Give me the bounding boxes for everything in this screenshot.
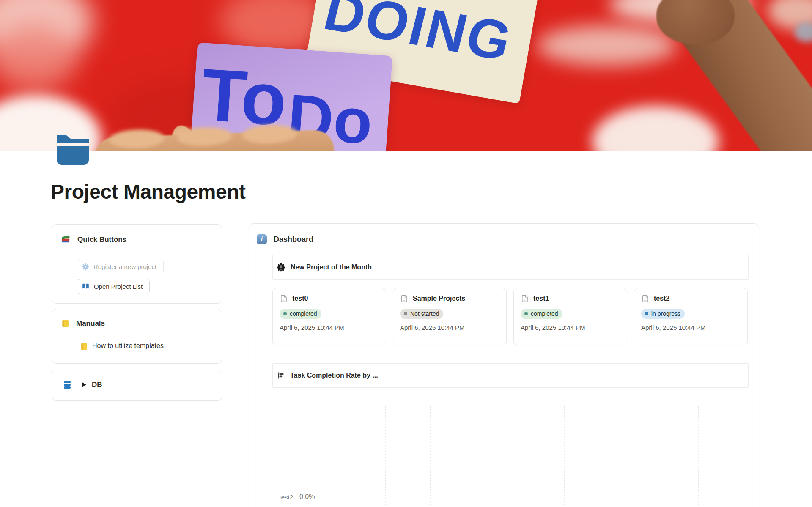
horizontal-bar-chart-icon <box>277 371 285 380</box>
status-badge: Not started <box>400 309 443 319</box>
chart-gridline <box>341 406 341 507</box>
ledger-icon <box>80 343 88 351</box>
project-card-date: April 6, 2025 10:44 PM <box>641 324 741 331</box>
manuals-title: Manuals <box>76 319 105 328</box>
page-doc-icon <box>400 294 408 302</box>
status-dot <box>645 312 648 315</box>
divider <box>77 335 211 335</box>
project-cards-row: test0 completed April 6, 2025 10:44 PM S… <box>272 288 749 345</box>
chart-gridline <box>609 406 609 507</box>
folder-page-icon[interactable] <box>56 135 89 165</box>
project-card-title: test0 <box>292 295 308 302</box>
page-doc-icon <box>521 294 529 302</box>
status-label: completed <box>531 310 558 317</box>
project-card-date: April 6, 2025 10:44 PM <box>400 324 499 331</box>
cover-table-blur <box>592 106 719 151</box>
open-project-list-button[interactable]: Open Project List <box>77 279 150 294</box>
project-card-date: April 6, 2025 10:44 PM <box>521 324 620 331</box>
page-doc-icon <box>280 294 288 302</box>
chart-widget-title: Task Completion Rate by ... <box>290 372 378 379</box>
gear-icon <box>82 263 89 271</box>
project-card-sample-projects[interactable]: Sample Projects Not started April 6, 202… <box>393 288 507 345</box>
project-card-test0[interactable]: test0 completed April 6, 2025 10:44 PM <box>272 288 386 345</box>
project-card-title: Sample Projects <box>413 295 466 302</box>
chart-gridline <box>564 406 565 507</box>
chart-gridline <box>430 406 431 507</box>
chart-value-label: 0.0% <box>299 493 315 501</box>
open-book-icon <box>82 282 90 290</box>
notion-page: DOING To Do Project Management <box>0 0 812 507</box>
chart-gridline <box>698 406 699 507</box>
cover-blur-blob <box>537 25 677 66</box>
project-card-test1[interactable]: test1 completed April 6, 2025 10:44 PM <box>513 288 627 345</box>
exclamation-rosette-icon <box>277 263 285 272</box>
dashboard-card: i Dashboard New Project of <box>249 223 759 507</box>
db-label: DB <box>92 381 102 389</box>
chevron-right-toggle-icon[interactable] <box>82 382 86 388</box>
chart-gridline <box>520 406 520 507</box>
manual-link-label: How to utilize templates <box>92 342 164 351</box>
register-new-project-button[interactable]: Register a new project <box>77 259 164 274</box>
register-button-label: Register a new project <box>93 263 156 270</box>
new-project-widget-header: New Project of the Month <box>272 255 749 280</box>
status-badge: completed <box>280 309 321 319</box>
db-toggle-row[interactable]: DB <box>52 370 222 389</box>
chart-category-label: test2 <box>266 493 293 501</box>
status-label: Not started <box>410 310 439 317</box>
project-card-date: April 6, 2025 10:44 PM <box>280 324 379 331</box>
chart-y-axis <box>296 406 296 507</box>
open-button-label: Open Project List <box>94 283 143 290</box>
dashboard-title: Dashboard <box>274 235 313 244</box>
status-dot <box>283 312 287 315</box>
chart-gridline <box>475 406 475 507</box>
ledger-icon <box>61 319 69 328</box>
chart-gridline <box>385 406 386 507</box>
project-card-test2[interactable]: test2 in progress April 6, 2025 10:44 PM <box>634 288 748 345</box>
new-project-widget-title: New Project of the Month <box>291 263 372 271</box>
status-label: completed <box>290 310 317 317</box>
status-badge: in progress <box>641 309 685 319</box>
manuals-card: Manuals How to utilize templates <box>52 309 222 364</box>
db-card: DB <box>52 370 222 401</box>
project-card-title: test2 <box>654 295 669 302</box>
project-card-title: test1 <box>533 295 549 302</box>
status-dot <box>524 312 528 315</box>
chart-widget-header: Task Completion Rate by ... <box>272 363 749 388</box>
hand-holding-note <box>94 129 335 151</box>
books-icon <box>61 235 71 244</box>
cover-image: DOING To Do <box>0 0 812 151</box>
info-icon: i <box>257 234 267 244</box>
task-completion-chart: test2 0.0% <box>249 406 760 507</box>
quick-buttons-card: Quick Buttons Re <box>52 224 222 304</box>
quick-buttons-title: Quick Buttons <box>77 236 126 244</box>
page-title: Project Management <box>51 180 245 203</box>
database-icon <box>63 380 72 389</box>
how-to-utilize-templates-link[interactable]: How to utilize templates <box>80 342 164 351</box>
chart-gridline <box>654 406 654 507</box>
status-dot <box>404 312 407 315</box>
status-badge: completed <box>521 309 562 319</box>
status-label: in progress <box>651 310 680 317</box>
page-doc-icon <box>641 294 649 302</box>
chart-gridline <box>743 406 743 507</box>
divider <box>272 252 749 252</box>
